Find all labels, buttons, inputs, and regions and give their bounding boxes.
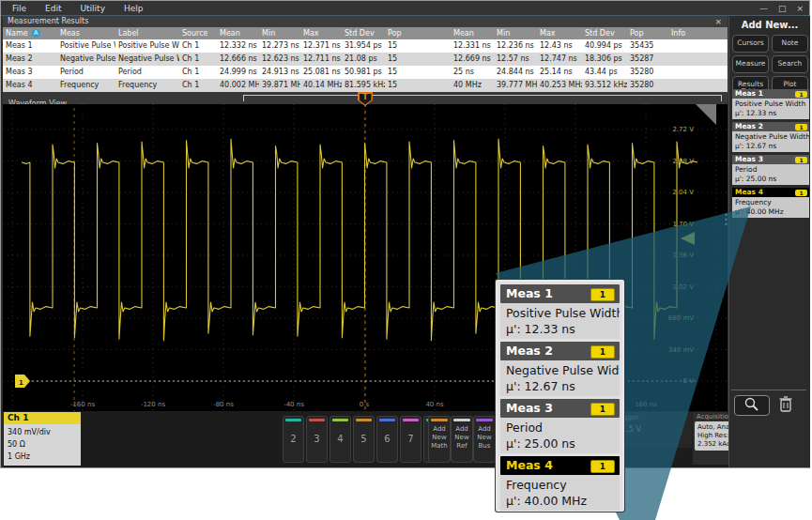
results-cell: Ch 1 [179,66,217,79]
channel-4-button[interactable]: 4 [329,416,351,463]
window-controls: — □ × [759,1,804,15]
column-header[interactable]: Min [259,27,300,39]
add-new-math-button[interactable]: AddNewMath [428,416,451,463]
menu-item-file[interactable]: File [12,4,26,13]
results-row[interactable]: Meas 4FrequencyFrequencyCh 140.002 MHz39… [3,79,728,92]
horizontal-zoom-bar[interactable] [243,95,722,101]
measure-button[interactable]: Measure [732,55,769,73]
menu-item-edit[interactable]: Edit [45,4,61,13]
results-cell: 24.999 ns [217,66,259,79]
column-header[interactable] [422,27,451,39]
results-cell: Negative Pulse Width [115,53,179,66]
channel-1-marker-number: 1 [19,379,23,387]
magnifier-icon [735,396,767,413]
badge-body: Positive Pulse Widthμ': 12.33 ns [500,303,620,339]
column-header[interactable]: Max [300,27,342,39]
column-header[interactable]: Label [115,27,179,39]
channel-1-badge[interactable]: Ch 1 340 mV/div50 Ω1 GHz [4,412,81,466]
minimize-icon[interactable]: — [759,4,768,13]
measurement-badge-meas-2[interactable]: Meas 21Negative Pulse Widthμ': 12.67 ns [732,122,809,152]
zoom-corner-handle-icon[interactable] [696,104,716,125]
results-cell: 24.913 ns [259,66,300,79]
maximize-icon[interactable]: □ [778,4,787,13]
results-cell: Ch 1 [179,39,217,53]
results-cell: 12.666 ns [217,53,259,66]
cursors-button[interactable]: Cursors [732,35,769,53]
results-cell: 43.44 ps [582,66,627,79]
results-row[interactable]: Meas 3PeriodPeriodCh 124.999 ns24.913 ns… [3,66,728,79]
trash-button[interactable] [775,393,796,415]
results-cell: 15 [385,53,422,66]
x-axis-label: 0 s [360,401,370,408]
x-axis-label: -40 ns [283,401,304,408]
add-new-bus-button[interactable]: AddNewBus [473,416,496,463]
menu-item-utility[interactable]: Utility [81,4,105,13]
column-header[interactable]: Mean [451,27,494,39]
results-cell: 40 MHz [451,79,494,92]
results-row[interactable]: Meas 1Positive Pulse WidthPositive Pulse… [3,39,728,53]
measurement-badge-meas-1[interactable]: Meas 11Positive Pulse Widthμ': 12.33 ns [500,284,620,339]
column-header[interactable]: Info [668,27,715,39]
results-cell: Period [115,66,179,79]
results-cell: 35280 [627,79,668,92]
channel-number: 5 [354,434,374,444]
results-cell [422,79,451,92]
page: FileEditUtilityHelp — □ × Measurement Re… [0,0,812,520]
column-header[interactable]: Std Dev [582,27,627,39]
panel-separator [731,390,806,390]
measurement-badge-meas-4[interactable]: Meas 41Frequencyμ': 40.00 MHz [500,456,620,511]
x-axis-label: 160 ns [635,401,657,408]
close-icon[interactable]: × [796,4,804,13]
panel-grip-icon[interactable]: ••• [724,213,728,227]
column-header[interactable]: Pop [627,27,668,39]
results-cell: 12.371 ns [300,39,342,53]
results-cell: 93.512 kHz [582,79,627,92]
column-header[interactable]: Meas [57,27,115,39]
zoom-pan-tool-button[interactable] [734,395,770,416]
channel-color-stripe [379,419,395,421]
results-cell: 35287 [627,53,668,66]
channel-color-stripe [285,419,301,421]
measurement-badge-meas-3[interactable]: Meas 31Periodμ': 25.00 ns [732,155,809,185]
y-axis-label: 2.04 V [672,189,694,196]
results-cell: 12.711 ns [300,53,342,66]
results-cell: 40.994 ps [582,39,627,53]
add-new-ref-button[interactable]: AddNewRef [451,416,473,463]
column-header[interactable]: NameA [3,27,57,39]
source-chip: 1 [795,190,807,196]
source-chip: 1 [795,124,807,130]
column-header[interactable]: Source [179,27,217,39]
channel-7-button[interactable]: 7 [400,416,421,463]
results-cell [668,79,715,92]
channel-3-button[interactable]: 3 [306,416,328,463]
sort-indicator-icon[interactable]: A [32,29,40,38]
results-cell [422,53,451,66]
results-cell: 25.14 ns [537,66,582,79]
badge-title: Meas 11 [732,89,809,99]
measurement-badge-meas-3[interactable]: Meas 31Periodμ': 25.00 ns [500,399,620,453]
column-header[interactable]: Max [537,27,582,39]
measurement-badge-meas-1[interactable]: Meas 11Positive Pulse Widthμ': 12.33 ns [732,89,809,119]
column-header[interactable]: Pop [385,27,422,39]
measurement-badge-meas-4[interactable]: Meas 41Frequencyμ': 40.00 MHz [732,188,809,218]
menu-item-help[interactable]: Help [124,4,144,13]
results-row[interactable]: Meas 2Negative Pulse WidthNegative Pulse… [3,53,728,66]
column-header[interactable]: Min [494,27,537,39]
column-header[interactable]: Mean [217,27,259,39]
measurement-badge-meas-2[interactable]: Meas 21Negative Pulse Widthμ': 12.67 ns [500,342,620,396]
column-header[interactable]: Std Dev [342,27,385,39]
source-chip: 1 [590,403,615,416]
results-cell: 12.273 ns [259,39,300,53]
channel-5-button[interactable]: 5 [353,416,375,463]
channel-2-button[interactable]: 2 [283,416,304,463]
results-close-icon[interactable]: × [714,16,722,27]
results-cell [668,66,715,79]
badge-title: Meas 41 [732,188,809,197]
channel-number: 4 [330,434,350,444]
badge-body: Negative Pulse Widthμ': 12.67 ns [500,360,620,396]
channel-6-button[interactable]: 6 [376,416,398,463]
note-button[interactable]: Note [772,35,808,53]
results-cell: Meas 3 [3,66,57,79]
channel-number: 6 [377,434,397,444]
search-button[interactable]: Search [772,55,808,73]
